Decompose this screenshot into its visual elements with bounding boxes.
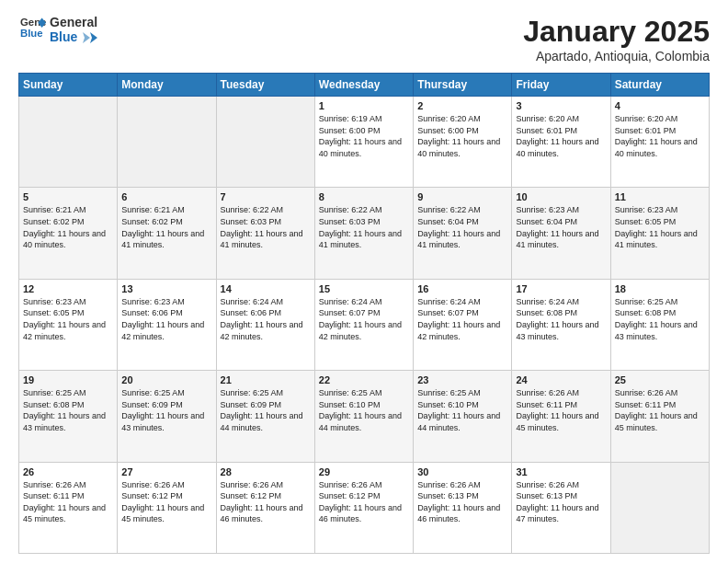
logo-general: General bbox=[50, 15, 97, 29]
calendar-day-12: 12Sunrise: 6:23 AM Sunset: 6:05 PM Dayli… bbox=[19, 279, 118, 370]
calendar-header-row: SundayMondayTuesdayWednesdayThursdayFrid… bbox=[19, 74, 710, 97]
day-number: 16 bbox=[417, 283, 507, 294]
calendar-day-20: 20Sunrise: 6:25 AM Sunset: 6:09 PM Dayli… bbox=[118, 371, 216, 462]
day-number: 15 bbox=[319, 283, 409, 294]
day-info: Sunrise: 6:25 AM Sunset: 6:09 PM Dayligh… bbox=[121, 387, 211, 433]
logo: General Blue General Blue bbox=[18, 15, 97, 44]
calendar-week-row: 19Sunrise: 6:25 AM Sunset: 6:08 PM Dayli… bbox=[19, 371, 710, 462]
calendar-day-2: 2Sunrise: 6:20 AM Sunset: 6:00 PM Daylig… bbox=[414, 97, 512, 188]
day-number: 30 bbox=[417, 466, 507, 477]
day-info: Sunrise: 6:25 AM Sunset: 6:08 PM Dayligh… bbox=[615, 296, 705, 342]
calendar-day-5: 5Sunrise: 6:21 AM Sunset: 6:02 PM Daylig… bbox=[19, 188, 118, 279]
calendar-empty-cell bbox=[216, 97, 314, 188]
day-number: 11 bbox=[615, 191, 705, 202]
calendar-day-23: 23Sunrise: 6:25 AM Sunset: 6:10 PM Dayli… bbox=[414, 371, 512, 462]
day-number: 6 bbox=[121, 191, 211, 202]
svg-marker-3 bbox=[90, 32, 97, 43]
day-info: Sunrise: 6:26 AM Sunset: 6:13 PM Dayligh… bbox=[417, 479, 507, 525]
day-info: Sunrise: 6:20 AM Sunset: 6:01 PM Dayligh… bbox=[615, 113, 705, 159]
calendar-day-25: 25Sunrise: 6:26 AM Sunset: 6:11 PM Dayli… bbox=[610, 371, 709, 462]
calendar-day-6: 6Sunrise: 6:21 AM Sunset: 6:02 PM Daylig… bbox=[118, 188, 216, 279]
general-blue-logo-icon: General Blue bbox=[20, 15, 46, 40]
day-number: 22 bbox=[319, 374, 409, 385]
calendar-day-4: 4Sunrise: 6:20 AM Sunset: 6:01 PM Daylig… bbox=[610, 97, 709, 188]
day-info: Sunrise: 6:24 AM Sunset: 6:06 PM Dayligh… bbox=[221, 296, 311, 342]
day-info: Sunrise: 6:26 AM Sunset: 6:12 PM Dayligh… bbox=[319, 479, 409, 525]
day-info: Sunrise: 6:25 AM Sunset: 6:10 PM Dayligh… bbox=[417, 387, 507, 433]
calendar-day-9: 9Sunrise: 6:22 AM Sunset: 6:04 PM Daylig… bbox=[414, 188, 512, 279]
calendar-day-8: 8Sunrise: 6:22 AM Sunset: 6:03 PM Daylig… bbox=[314, 188, 413, 279]
day-info: Sunrise: 6:26 AM Sunset: 6:12 PM Dayligh… bbox=[121, 479, 211, 525]
day-info: Sunrise: 6:23 AM Sunset: 6:04 PM Dayligh… bbox=[516, 204, 606, 250]
day-number: 1 bbox=[319, 100, 409, 111]
calendar-empty-cell bbox=[610, 462, 709, 553]
day-number: 23 bbox=[417, 374, 507, 385]
title-block: January 2025 Apartado, Antioquia, Colomb… bbox=[523, 15, 710, 63]
calendar-empty-cell bbox=[118, 97, 216, 188]
day-info: Sunrise: 6:22 AM Sunset: 6:03 PM Dayligh… bbox=[319, 204, 409, 250]
day-number: 17 bbox=[516, 283, 606, 294]
day-number: 20 bbox=[121, 374, 211, 385]
day-info: Sunrise: 6:25 AM Sunset: 6:09 PM Dayligh… bbox=[221, 387, 311, 433]
calendar-day-1: 1Sunrise: 6:19 AM Sunset: 6:00 PM Daylig… bbox=[314, 97, 413, 188]
svg-text:Blue: Blue bbox=[20, 28, 43, 39]
day-info: Sunrise: 6:26 AM Sunset: 6:12 PM Dayligh… bbox=[221, 479, 311, 525]
day-info: Sunrise: 6:24 AM Sunset: 6:07 PM Dayligh… bbox=[319, 296, 409, 342]
day-number: 8 bbox=[319, 191, 409, 202]
header: General Blue General Blue January 2025 A… bbox=[18, 15, 710, 63]
day-info: Sunrise: 6:21 AM Sunset: 6:02 PM Dayligh… bbox=[23, 204, 113, 250]
day-number: 12 bbox=[23, 283, 113, 294]
day-info: Sunrise: 6:25 AM Sunset: 6:08 PM Dayligh… bbox=[23, 387, 113, 433]
day-info: Sunrise: 6:22 AM Sunset: 6:03 PM Dayligh… bbox=[221, 204, 311, 250]
day-info: Sunrise: 6:19 AM Sunset: 6:00 PM Dayligh… bbox=[319, 113, 409, 159]
day-number: 7 bbox=[221, 191, 311, 202]
calendar-day-14: 14Sunrise: 6:24 AM Sunset: 6:06 PM Dayli… bbox=[216, 279, 314, 370]
weekday-header-sunday: Sunday bbox=[19, 74, 118, 97]
day-info: Sunrise: 6:20 AM Sunset: 6:01 PM Dayligh… bbox=[516, 113, 606, 159]
day-number: 4 bbox=[615, 100, 705, 111]
calendar-day-24: 24Sunrise: 6:26 AM Sunset: 6:11 PM Dayli… bbox=[512, 371, 610, 462]
day-number: 25 bbox=[615, 374, 705, 385]
calendar-day-30: 30Sunrise: 6:26 AM Sunset: 6:13 PM Dayli… bbox=[414, 462, 512, 553]
calendar-day-18: 18Sunrise: 6:25 AM Sunset: 6:08 PM Dayli… bbox=[610, 279, 709, 370]
day-info: Sunrise: 6:26 AM Sunset: 6:13 PM Dayligh… bbox=[516, 479, 606, 525]
calendar-table: SundayMondayTuesdayWednesdayThursdayFrid… bbox=[18, 73, 710, 554]
day-number: 29 bbox=[319, 466, 409, 477]
day-info: Sunrise: 6:23 AM Sunset: 6:05 PM Dayligh… bbox=[23, 296, 113, 342]
day-info: Sunrise: 6:25 AM Sunset: 6:10 PM Dayligh… bbox=[319, 387, 409, 433]
calendar-week-row: 12Sunrise: 6:23 AM Sunset: 6:05 PM Dayli… bbox=[19, 279, 710, 370]
calendar-day-16: 16Sunrise: 6:24 AM Sunset: 6:07 PM Dayli… bbox=[414, 279, 512, 370]
day-info: Sunrise: 6:26 AM Sunset: 6:11 PM Dayligh… bbox=[615, 387, 705, 433]
logo-wave-icon bbox=[83, 32, 97, 43]
calendar-day-10: 10Sunrise: 6:23 AM Sunset: 6:04 PM Dayli… bbox=[512, 188, 610, 279]
day-number: 10 bbox=[516, 191, 606, 202]
location-subtitle: Apartado, Antioquia, Colombia bbox=[523, 49, 710, 63]
day-number: 27 bbox=[121, 466, 211, 477]
day-number: 2 bbox=[417, 100, 507, 111]
weekday-header-saturday: Saturday bbox=[610, 74, 709, 97]
weekday-header-tuesday: Tuesday bbox=[216, 74, 314, 97]
calendar-day-19: 19Sunrise: 6:25 AM Sunset: 6:08 PM Dayli… bbox=[19, 371, 118, 462]
calendar-empty-cell bbox=[19, 97, 118, 188]
calendar-day-31: 31Sunrise: 6:26 AM Sunset: 6:13 PM Dayli… bbox=[512, 462, 610, 553]
day-number: 26 bbox=[23, 466, 113, 477]
day-number: 28 bbox=[221, 466, 311, 477]
weekday-header-wednesday: Wednesday bbox=[314, 74, 413, 97]
day-info: Sunrise: 6:24 AM Sunset: 6:08 PM Dayligh… bbox=[516, 296, 606, 342]
calendar-day-26: 26Sunrise: 6:26 AM Sunset: 6:11 PM Dayli… bbox=[19, 462, 118, 553]
day-number: 21 bbox=[221, 374, 311, 385]
day-info: Sunrise: 6:22 AM Sunset: 6:04 PM Dayligh… bbox=[417, 204, 507, 250]
day-number: 24 bbox=[516, 374, 606, 385]
calendar-day-17: 17Sunrise: 6:24 AM Sunset: 6:08 PM Dayli… bbox=[512, 279, 610, 370]
calendar-day-29: 29Sunrise: 6:26 AM Sunset: 6:12 PM Dayli… bbox=[314, 462, 413, 553]
logo-blue: Blue bbox=[50, 29, 97, 44]
calendar-day-7: 7Sunrise: 6:22 AM Sunset: 6:03 PM Daylig… bbox=[216, 188, 314, 279]
calendar-day-27: 27Sunrise: 6:26 AM Sunset: 6:12 PM Dayli… bbox=[118, 462, 216, 553]
calendar-day-3: 3Sunrise: 6:20 AM Sunset: 6:01 PM Daylig… bbox=[512, 97, 610, 188]
calendar-day-11: 11Sunrise: 6:23 AM Sunset: 6:05 PM Dayli… bbox=[610, 188, 709, 279]
day-info: Sunrise: 6:20 AM Sunset: 6:00 PM Dayligh… bbox=[417, 113, 507, 159]
calendar-day-22: 22Sunrise: 6:25 AM Sunset: 6:10 PM Dayli… bbox=[314, 371, 413, 462]
weekday-header-thursday: Thursday bbox=[414, 74, 512, 97]
day-number: 5 bbox=[23, 191, 113, 202]
calendar-week-row: 26Sunrise: 6:26 AM Sunset: 6:11 PM Dayli… bbox=[19, 462, 710, 553]
